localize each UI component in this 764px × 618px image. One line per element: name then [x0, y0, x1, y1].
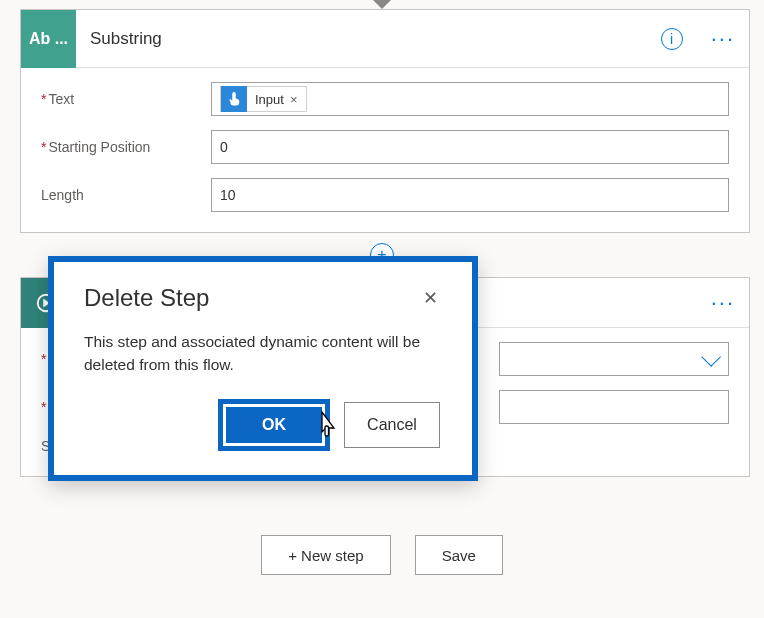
text-input[interactable]	[499, 390, 729, 424]
touch-icon	[221, 86, 247, 112]
dynamic-content-token[interactable]: Input ×	[220, 86, 307, 112]
more-menu-button[interactable]: ···	[697, 26, 749, 52]
length-input[interactable]: 10	[211, 178, 729, 212]
delete-step-dialog: Delete Step ✕ This step and associated d…	[48, 256, 478, 481]
substring-step-card: Ab ... Substring i ··· *Text Input ×	[20, 9, 750, 233]
dialog-title: Delete Step	[84, 284, 209, 312]
dialog-body-text: This step and associated dynamic content…	[84, 330, 442, 377]
token-label: Input	[255, 92, 284, 107]
starting-position-input[interactable]: 0	[211, 130, 729, 164]
token-remove-icon[interactable]: ×	[284, 92, 306, 107]
length-label: Length	[41, 187, 211, 203]
chevron-down-icon	[701, 347, 721, 367]
connector-badge: Ab ...	[21, 10, 76, 68]
new-step-button[interactable]: + New step	[261, 535, 390, 575]
cancel-button[interactable]: Cancel	[344, 402, 440, 448]
connector-arrow-icon	[373, 0, 391, 9]
text-label: *Text	[41, 91, 211, 107]
canvas-actions: + New step Save	[20, 535, 744, 575]
ok-button-highlight: OK	[218, 399, 330, 451]
substring-card-header: Ab ... Substring i ···	[21, 10, 749, 68]
starting-position-label: *Starting Position	[41, 139, 211, 155]
close-icon[interactable]: ✕	[418, 287, 442, 309]
save-button[interactable]: Save	[415, 535, 503, 575]
more-menu-button[interactable]: ···	[697, 290, 749, 316]
ok-button[interactable]: OK	[226, 407, 322, 443]
text-input[interactable]: Input ×	[211, 82, 729, 116]
dropdown-field[interactable]	[499, 342, 729, 376]
info-icon[interactable]: i	[661, 28, 683, 50]
step-title[interactable]: Substring	[76, 29, 661, 49]
